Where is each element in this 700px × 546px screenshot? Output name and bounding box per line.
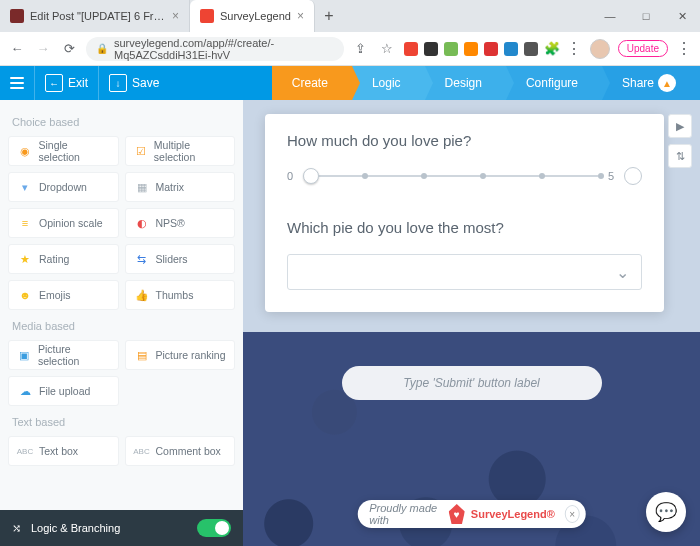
new-tab-button[interactable]: + bbox=[315, 0, 343, 32]
qtype-text-box[interactable]: ABCText box bbox=[8, 436, 119, 466]
tab-title: Edit Post "[UPDATE] 6 Free Altern bbox=[30, 10, 166, 22]
slider-track[interactable] bbox=[303, 175, 598, 177]
question-2-title[interactable]: Which pie do you love the most? bbox=[287, 219, 642, 236]
url-input[interactable]: 🔒 surveylegend.com/app/#/create/-Mq5AZCs… bbox=[86, 37, 344, 61]
submit-placeholder: Type 'Submit' button label bbox=[403, 376, 539, 390]
sliders-icon: ⇅ bbox=[676, 150, 685, 163]
logic-toggle[interactable] bbox=[197, 519, 231, 537]
overflow-menu-icon[interactable]: ⋮ bbox=[676, 39, 692, 58]
rocket-icon: ▲ bbox=[658, 74, 676, 92]
qtype-multiple-selection[interactable]: ☑Multiple selection bbox=[125, 136, 236, 166]
group-label: Choice based bbox=[12, 116, 231, 128]
shuffle-icon: ⤭ bbox=[12, 522, 21, 535]
extension-icon[interactable] bbox=[484, 42, 498, 56]
avatar[interactable] bbox=[590, 39, 610, 59]
step-design[interactable]: Design bbox=[425, 66, 506, 100]
qtype-emojis[interactable]: ☻Emojis bbox=[8, 280, 119, 310]
share-icon[interactable]: ⇪ bbox=[352, 41, 370, 56]
star-icon[interactable]: ☆ bbox=[378, 41, 396, 56]
extension-icon[interactable] bbox=[524, 42, 538, 56]
attribution-prefix: Proudly made with bbox=[369, 502, 442, 526]
heart-icon: ♥ bbox=[449, 504, 465, 524]
address-bar: ← → ⟳ 🔒 surveylegend.com/app/#/create/-M… bbox=[0, 32, 700, 66]
close-icon[interactable]: × bbox=[172, 9, 179, 23]
extension-icon[interactable] bbox=[504, 42, 518, 56]
attribution-badge[interactable]: Proudly made with ♥ SurveyLegend® × bbox=[357, 500, 586, 528]
menu-icon[interactable]: ⋮ bbox=[566, 39, 582, 58]
qtype-picture-selection[interactable]: ▣Picture selection bbox=[8, 340, 119, 370]
dropdown-input[interactable]: ⌄ bbox=[287, 254, 642, 290]
extension-icon[interactable] bbox=[424, 42, 438, 56]
close-window-button[interactable]: ✕ bbox=[664, 0, 700, 32]
text-icon: ABC bbox=[17, 443, 33, 459]
qtype-comment-box[interactable]: ABCComment box bbox=[125, 436, 236, 466]
extension-icon[interactable] bbox=[464, 42, 478, 56]
step-share[interactable]: Share▲ bbox=[602, 66, 700, 100]
tab-title: SurveyLegend bbox=[220, 10, 291, 22]
grid-icon: ▦ bbox=[134, 179, 150, 195]
qtype-nps[interactable]: ◐NPS® bbox=[125, 208, 236, 238]
qtype-opinion-scale[interactable]: ≡Opinion scale bbox=[8, 208, 119, 238]
qtype-single-selection[interactable]: ◉Single selection bbox=[8, 136, 119, 166]
download-icon: ↓ bbox=[109, 74, 127, 92]
step-create[interactable]: Create bbox=[272, 66, 352, 100]
qtype-sliders[interactable]: ⇆Sliders bbox=[125, 244, 236, 274]
submit-label-input[interactable]: Type 'Submit' button label bbox=[342, 366, 602, 400]
comment-icon: ABC bbox=[134, 443, 150, 459]
qtype-picture-ranking[interactable]: ▤Picture ranking bbox=[125, 340, 236, 370]
forward-button[interactable]: → bbox=[34, 41, 52, 56]
arrow-left-icon: ← bbox=[45, 74, 63, 92]
exit-button[interactable]: ← Exit bbox=[34, 66, 98, 100]
ranking-icon: ▤ bbox=[134, 347, 150, 363]
extension-icon[interactable] bbox=[444, 42, 458, 56]
extension-icon[interactable] bbox=[404, 42, 418, 56]
browser-tab[interactable]: Edit Post "[UPDATE] 6 Free Altern × bbox=[0, 0, 190, 32]
emoji-icon: ☻ bbox=[17, 287, 33, 303]
question-card[interactable]: How much do you love pie? 0 5 Which pie … bbox=[265, 114, 664, 312]
survey-canvas: How much do you love pie? 0 5 Which pie … bbox=[243, 100, 700, 546]
qtype-dropdown[interactable]: ▾Dropdown bbox=[8, 172, 119, 202]
close-icon[interactable]: × bbox=[297, 9, 304, 23]
qtype-thumbs[interactable]: 👍Thumbs bbox=[125, 280, 236, 310]
question-1-title[interactable]: How much do you love pie? bbox=[287, 132, 642, 149]
update-button[interactable]: Update bbox=[618, 40, 668, 57]
save-button[interactable]: ↓ Save bbox=[98, 66, 169, 100]
favicon-icon bbox=[200, 9, 214, 23]
browser-tab-active[interactable]: SurveyLegend × bbox=[190, 0, 315, 32]
group-label: Text based bbox=[12, 416, 231, 428]
window-titlebar: Edit Post "[UPDATE] 6 Free Altern × Surv… bbox=[0, 0, 700, 32]
checkbox-icon: ☑ bbox=[134, 143, 148, 159]
slider-endpoint[interactable] bbox=[624, 167, 642, 185]
maximize-button[interactable]: □ bbox=[628, 0, 664, 32]
image-icon: ▣ bbox=[17, 347, 32, 363]
lock-icon: 🔒 bbox=[96, 43, 108, 54]
back-button[interactable]: ← bbox=[8, 41, 26, 56]
reload-button[interactable]: ⟳ bbox=[60, 41, 78, 56]
chevron-down-icon: ▾ bbox=[17, 179, 33, 195]
menu-button[interactable] bbox=[0, 66, 34, 100]
slider-control[interactable]: 0 5 bbox=[287, 167, 642, 185]
brand-name: SurveyLegend® bbox=[471, 508, 555, 520]
exit-label: Exit bbox=[68, 76, 88, 90]
canvas-tools: ▶ ⇅ bbox=[668, 114, 692, 168]
slider-max: 5 bbox=[608, 170, 614, 182]
hamburger-icon bbox=[10, 82, 24, 84]
settings-button[interactable]: ⇅ bbox=[668, 144, 692, 168]
qtype-file-upload[interactable]: ☁File upload bbox=[8, 376, 119, 406]
minimize-button[interactable]: — bbox=[592, 0, 628, 32]
slider-thumb[interactable] bbox=[303, 168, 319, 184]
qtype-matrix[interactable]: ▦Matrix bbox=[125, 172, 236, 202]
chat-fab[interactable]: 💬 bbox=[646, 492, 686, 532]
step-logic[interactable]: Logic bbox=[352, 66, 425, 100]
slider-icon: ⇆ bbox=[134, 251, 150, 267]
footer-label: Logic & Branching bbox=[31, 522, 120, 534]
step-configure[interactable]: Configure bbox=[506, 66, 602, 100]
radio-icon: ◉ bbox=[17, 143, 32, 159]
slider-min: 0 bbox=[287, 170, 293, 182]
close-attribution-button[interactable]: × bbox=[565, 505, 580, 523]
extensions-menu-icon[interactable]: 🧩 bbox=[544, 41, 560, 56]
qtype-rating[interactable]: ★Rating bbox=[8, 244, 119, 274]
thumb-icon: 👍 bbox=[134, 287, 150, 303]
save-label: Save bbox=[132, 76, 159, 90]
preview-button[interactable]: ▶ bbox=[668, 114, 692, 138]
